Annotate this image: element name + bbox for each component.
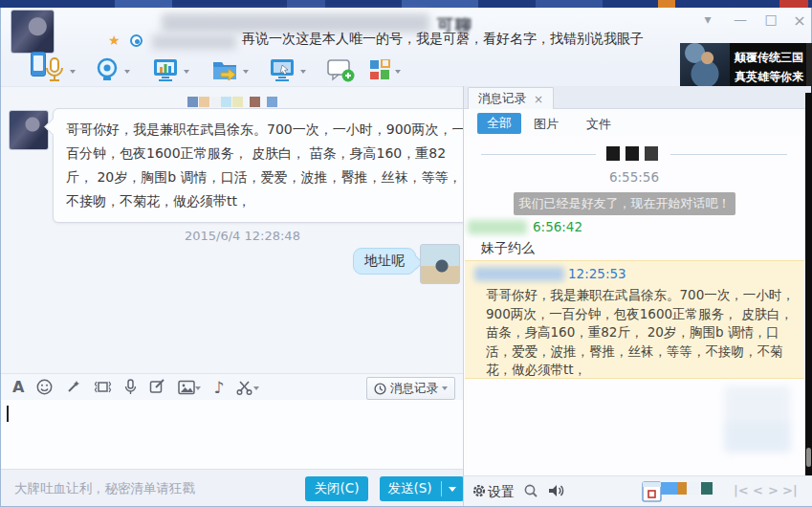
strip-fragment: [287, 0, 325, 8]
tab-label: 消息记录: [478, 91, 526, 107]
send-file-button[interactable]: [211, 58, 249, 81]
history-message: 妹子约么: [481, 240, 535, 257]
filter-all-tab[interactable]: 全部: [477, 113, 521, 134]
ad-line2: 真英雄等你来: [732, 67, 806, 86]
video-call-button[interactable]: [95, 57, 130, 82]
app-share-button[interactable]: [152, 57, 189, 82]
history-message-text: 哥哥你好，我是兼职在武昌徐东。700一次，一小时，900两次，一百分钟，包夜16…: [486, 286, 801, 380]
history-timestamp: 6:55:56: [464, 169, 804, 185]
strip-fragment: [536, 0, 603, 8]
censor-block: [645, 146, 658, 161]
filter-files-tab[interactable]: 文件: [586, 116, 611, 133]
clock-icon: [374, 383, 386, 395]
chevron-down-icon[interactable]: [243, 70, 249, 77]
message-input[interactable]: [1, 400, 463, 469]
message-timestamp: 2015/6/4 12:28:48: [185, 229, 300, 243]
strip-fragment: [115, 0, 172, 8]
censor-block: [199, 97, 209, 107]
censor-block: [232, 97, 243, 107]
history-footer: 设置 |< < > >|: [464, 475, 812, 506]
prev-page-button[interactable]: <: [753, 483, 763, 497]
window-shake-button[interactable]: [94, 379, 112, 395]
chevron-down-icon[interactable]: [195, 386, 201, 393]
chevron-down-icon[interactable]: [395, 70, 401, 77]
message-history-button[interactable]: 消息记录: [366, 377, 455, 400]
censor-block: [625, 146, 639, 161]
webcam-icon: [95, 57, 120, 82]
censor-block: [661, 482, 677, 495]
emoticon-button[interactable]: [36, 379, 53, 395]
last-page-button[interactable]: >|: [782, 483, 798, 497]
censor-block: [187, 97, 198, 107]
chevron-down-icon[interactable]: [253, 386, 259, 393]
message-plus-icon: [326, 58, 355, 83]
search-icon[interactable]: [523, 483, 538, 498]
chevron-down-icon[interactable]: [449, 487, 456, 496]
background-window-strip: [0, 0, 812, 8]
window-menu-button[interactable]: ▾: [695, 11, 720, 27]
close-button[interactable]: ×: [787, 11, 812, 30]
censor-block: [701, 482, 713, 495]
audio-record-button[interactable]: [124, 379, 137, 395]
history-scrollbar[interactable]: [805, 93, 812, 475]
gear-icon[interactable]: [472, 483, 487, 498]
censor-block: [210, 97, 221, 107]
tab-message-history[interactable]: 消息记录 ×: [468, 87, 554, 110]
qq-service-icon: [130, 34, 143, 47]
promo-link[interactable]: 大牌吐血让利，秘密清单请狂戳: [14, 480, 195, 497]
tab-close-icon[interactable]: ×: [534, 93, 543, 106]
apps-button[interactable]: [369, 59, 401, 80]
filter-images-tab[interactable]: 图片: [534, 116, 559, 133]
history-timestamp-blue: 12:25:53: [568, 266, 626, 281]
date-separator-line: [670, 154, 787, 155]
first-page-button[interactable]: |<: [734, 483, 749, 497]
magic-wand-button[interactable]: [65, 379, 81, 395]
chevron-down-icon[interactable]: [70, 70, 76, 77]
scrollbar-thumb[interactable]: [806, 448, 811, 467]
signature-redacted: [152, 34, 236, 50]
date-separator-line: [481, 154, 596, 155]
composer-toolbar: A ♪ 消息记录: [1, 373, 463, 400]
history-timestamp-green: 6:56:42: [533, 219, 582, 234]
send-button[interactable]: 发送(S): [380, 476, 464, 501]
font-style-button[interactable]: A: [12, 378, 24, 396]
microphone-icon: [44, 57, 65, 82]
contact-name-redacted: [162, 13, 429, 33]
monitor-cursor-icon: [269, 57, 296, 82]
self-avatar[interactable]: [420, 244, 460, 284]
next-page-button[interactable]: >: [768, 483, 779, 497]
background-watermark: [724, 386, 791, 452]
monitor-chart-icon: [152, 57, 179, 82]
sender-avatar[interactable]: [9, 110, 49, 150]
sender-name-redacted: [474, 267, 564, 281]
highlighted-history-message: 12:25:53 哥哥你好，我是兼职在武昌徐东。700一次，一小时，900两次，…: [465, 260, 804, 379]
history-content[interactable]: 6:55:56 我们已经是好友了，现在开始对话吧！ 6:56:42 妹子约么 1…: [464, 136, 804, 475]
strip-fragment: [779, 0, 808, 8]
speaker-icon[interactable]: [548, 483, 565, 498]
folder-send-icon: [211, 58, 238, 81]
settings-button[interactable]: 设置: [488, 484, 515, 501]
ad-line1: 颠覆传统三国: [732, 48, 806, 67]
history-tab-bar: 消息记录 ×: [464, 86, 811, 109]
censor-block: [687, 482, 699, 495]
maximize-button[interactable]: □: [758, 11, 783, 27]
screenshot-edit-button[interactable]: [149, 379, 165, 395]
close-chat-button[interactable]: 关闭(C): [305, 476, 368, 501]
contact-signature: 再说一次这是本人唯一的号，我是可磬，看好名字，找错别说我眼子: [242, 31, 644, 48]
music-button[interactable]: ♪: [213, 378, 224, 397]
calendar-icon[interactable]: [642, 480, 662, 502]
remote-desktop-button[interactable]: [269, 57, 306, 82]
chevron-down-icon[interactable]: [124, 70, 130, 77]
chevron-down-icon[interactable]: [300, 70, 306, 77]
minimize-button[interactable]: —: [728, 11, 753, 27]
strip-fragment: [658, 0, 675, 8]
clip-tools-button[interactable]: [236, 380, 259, 395]
chevron-down-icon[interactable]: [184, 70, 189, 77]
app-grid-icon: [369, 59, 390, 80]
voice-call-button[interactable]: [44, 57, 76, 82]
send-image-button[interactable]: [178, 380, 201, 395]
sender-name-redacted: [468, 220, 527, 234]
create-session-button[interactable]: [326, 58, 355, 83]
contact-avatar[interactable]: [11, 10, 55, 54]
send-button-label: 发送(S): [387, 480, 431, 497]
